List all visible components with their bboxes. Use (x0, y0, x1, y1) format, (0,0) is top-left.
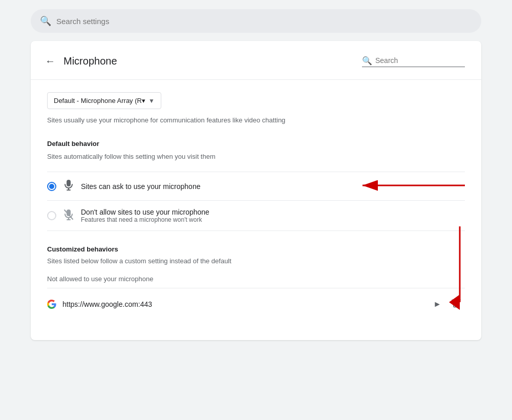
radio-option-deny[interactable]: Don't allow sites to use your microphone… (47, 200, 465, 231)
back-icon: ← (45, 55, 55, 67)
not-allowed-label: Not allowed to use your microphone (47, 275, 465, 283)
microphone-muted-icon (63, 209, 74, 223)
header-search-icon: 🔍 (362, 56, 372, 66)
trash-icon (452, 298, 461, 308)
default-behavior-heading: Default behavior (47, 140, 465, 148)
svg-rect-0 (67, 180, 71, 186)
delete-site-button[interactable] (447, 296, 465, 312)
main-card: ← Microphone 🔍 Default - Microphone Arra… (31, 41, 481, 340)
radio-deny-text: Don't allow sites to use your microphone… (81, 208, 465, 223)
radio-allow-label: Sites can ask to use your microphone (81, 182, 465, 191)
mic-dropdown[interactable]: Default - Microphone Array (R▾ ▼ (47, 92, 161, 109)
top-search-input[interactable] (56, 17, 472, 26)
microphone-icon (63, 179, 74, 193)
radio-options-wrapper: Sites can ask to use your microphone (47, 172, 465, 231)
customized-behaviors-heading: Customized behaviors (47, 245, 465, 253)
header-search-container: 🔍 (362, 56, 465, 67)
site-row: https://www.google.com:443 ► (47, 288, 465, 320)
radio-deny-label: Don't allow sites to use your microphone (81, 208, 465, 216)
header-search-input[interactable] (375, 56, 465, 65)
site-url: https://www.google.com:443 (62, 300, 427, 308)
radio-allow-circle[interactable] (47, 182, 56, 191)
radio-allow-text: Sites can ask to use your microphone (81, 182, 465, 191)
google-favicon (47, 300, 56, 309)
mic-description: Sites usually use your microphone for co… (47, 115, 465, 125)
header-left: ← Microphone (43, 53, 117, 69)
top-search-icon: 🔍 (40, 15, 51, 27)
page-title: Microphone (63, 55, 117, 67)
content-area: Default - Microphone Array (R▾ ▼ Sites u… (31, 80, 481, 320)
top-search-container: 🔍 (31, 9, 481, 33)
default-behavior-subtext: Sites automatically follow this setting … (47, 152, 465, 162)
header-row: ← Microphone 🔍 (31, 41, 481, 80)
chevron-down-icon: ▼ (148, 97, 155, 104)
customized-behaviors-subtext: Sites listed below follow a custom setti… (47, 257, 465, 265)
mic-dropdown-label: Default - Microphone Array (R▾ (54, 97, 145, 104)
radio-deny-sublabel: Features that need a microphone won't wo… (81, 216, 465, 223)
site-expand-icon[interactable]: ► (433, 300, 441, 309)
site-row-wrapper: https://www.google.com:443 ► (47, 288, 465, 320)
back-button[interactable]: ← (43, 53, 57, 69)
radio-option-allow[interactable]: Sites can ask to use your microphone (47, 172, 465, 200)
radio-deny-circle[interactable] (47, 211, 56, 220)
outer-wrapper: 🔍 ← Microphone 🔍 Default - Microphone Ar… (0, 0, 512, 420)
customized-behaviors-section: Customized behaviors Sites listed below … (47, 245, 465, 320)
